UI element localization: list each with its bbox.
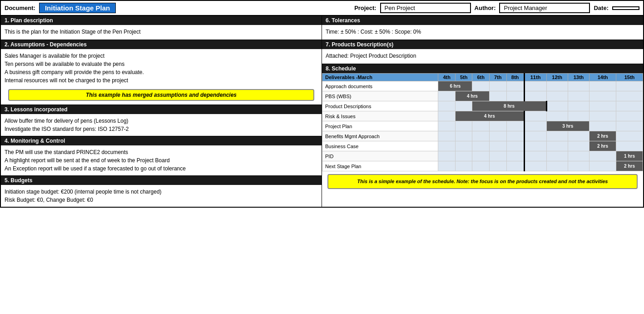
cell-pd-5th xyxy=(455,101,472,111)
author-value: Project Manager xyxy=(499,3,590,13)
cell-nsp-8th xyxy=(506,161,524,171)
bar-pid: 1 hrs xyxy=(617,153,642,159)
cell-risk-12th xyxy=(546,111,568,121)
cell-pp-7th xyxy=(490,121,507,131)
cell-pbs-4th xyxy=(438,91,456,101)
cell-nsp-14th xyxy=(590,161,616,171)
monitoring-line-2: A highlight report will be sent at the e… xyxy=(5,156,318,164)
bar-benefits: 2 hrs xyxy=(590,133,615,139)
schedule-table-container: Deliverables -March 4th 5th 6th 7th 8th … xyxy=(322,73,643,171)
col-header-4th: 4th xyxy=(438,74,456,81)
section-schedule: 8. Schedule Deliverables -March 4th 5th … xyxy=(322,64,643,207)
section-lessons: 3. Lessons incorporated Allow buffer tim… xyxy=(1,105,322,136)
tolerances-header: 6. Tolerances xyxy=(322,16,643,25)
cell-bma-4th xyxy=(438,131,456,141)
cell-bc-4th xyxy=(438,141,456,151)
cell-bc-11th xyxy=(524,141,546,151)
cell-nsp-4th xyxy=(438,161,456,171)
cell-risk-13th xyxy=(568,111,589,121)
schedule-row-risk: Risk & Issues 4 hrs xyxy=(322,111,643,121)
cell-pbs-11th xyxy=(524,91,546,101)
cell-approach-14th xyxy=(590,81,616,91)
cell-pid-8th xyxy=(506,151,524,161)
cell-nsp-13th xyxy=(568,161,589,171)
cell-pbs-12th xyxy=(546,91,568,101)
cell-pp-15th xyxy=(616,121,643,131)
assumption-line-4: Internal resources will not be charged t… xyxy=(5,76,318,85)
budgets-header: 5. Budgets xyxy=(1,176,322,185)
schedule-row-project-plan: Project Plan 3 hrs xyxy=(322,121,643,131)
cell-risk-15th xyxy=(616,111,643,121)
lesson-line-2: Investigate the ISO standard for pens: I… xyxy=(5,125,318,133)
cell-risk-11th xyxy=(524,111,546,121)
cell-bma-7th xyxy=(490,131,507,141)
page: Document: Initiation Stage Plan Project:… xyxy=(0,0,644,314)
section-plan-description: 1. Plan description This is the plan for… xyxy=(1,16,322,40)
bar-risk: 4 hrs xyxy=(456,113,523,119)
cell-approach-15th xyxy=(616,81,643,91)
document-title: Initiation Stage Plan xyxy=(39,3,116,13)
deliverable-approach: Approach documents xyxy=(322,81,438,91)
cell-pd-13th xyxy=(590,101,616,111)
cell-pid-5th xyxy=(455,151,472,161)
bar-project-plan: 3 hrs xyxy=(548,123,589,129)
cell-risk-14th xyxy=(590,111,616,121)
cell-risk-bar: 4 hrs xyxy=(455,111,524,121)
cell-bc-5th xyxy=(455,141,472,151)
schedule-row-next-stage: Next Stage Plan 2 hrs xyxy=(322,161,643,171)
lessons-header: 3. Lessons incorporated xyxy=(1,105,322,114)
section-monitoring: 4. Monitoring & Control The PM will use … xyxy=(1,136,322,176)
deliverable-pid: PID xyxy=(322,151,438,161)
deliverable-pbs: PBS (WBS) xyxy=(322,91,438,101)
main-grid: 1. Plan description This is the plan for… xyxy=(0,16,644,208)
left-column: 1. Plan description This is the plan for… xyxy=(1,16,322,207)
cell-bma-bar: 2 hrs xyxy=(590,131,616,141)
cell-nsp-11th xyxy=(524,161,546,171)
cell-bma-5th xyxy=(455,131,472,141)
assumption-line-2: Ten persons will be available to evaluat… xyxy=(5,60,318,68)
bar-approach: 6 hrs xyxy=(439,83,471,89)
cell-pid-7th xyxy=(490,151,507,161)
cell-bma-11th xyxy=(524,131,546,141)
section-assumptions: 2. Assumptions - Dependencies Sales Mana… xyxy=(1,40,322,105)
deliverable-benefits: Benefits Mgmt Approach xyxy=(322,131,438,141)
assumptions-content: Sales Manager is available for the proje… xyxy=(1,49,322,87)
cell-pbs-8th xyxy=(506,91,524,101)
author-label: Author: xyxy=(475,5,496,11)
cell-pd-4th xyxy=(438,101,456,111)
cell-pid-6th xyxy=(472,151,490,161)
col-header-14th: 14th xyxy=(590,74,616,81)
bar-next-stage-plan: 2 hrs xyxy=(617,163,642,169)
cell-bc-13th xyxy=(568,141,589,151)
schedule-row-pid: PID 1 hrs xyxy=(322,151,643,161)
col-header-12th: 12th xyxy=(546,74,568,81)
section-tolerances: 6. Tolerances Time: ± 50% : Cost: ± 50% … xyxy=(322,16,643,40)
cell-pp-8th xyxy=(506,121,524,131)
cell-risk-4th xyxy=(438,111,456,121)
assumption-line-1: Sales Manager is available for the proje… xyxy=(5,52,318,60)
deliverable-project-plan: Project Plan xyxy=(322,121,438,131)
col-header-6th: 6th xyxy=(472,74,490,81)
plan-description-content: This is the plan for the Initiation Stag… xyxy=(1,25,322,40)
cell-nsp-7th xyxy=(490,161,507,171)
cell-pid-12th xyxy=(546,151,568,161)
date-label: Date: xyxy=(594,5,609,11)
deliverable-risk: Risk & Issues xyxy=(322,111,438,121)
lessons-content: Allow buffer time for delivery of pens (… xyxy=(1,114,322,136)
cell-pp-6th xyxy=(472,121,490,131)
cell-nsp-12th xyxy=(546,161,568,171)
cell-pbs-14th xyxy=(590,91,616,101)
header: Document: Initiation Stage Plan Project:… xyxy=(0,0,644,16)
deliverable-business-case: Business Case xyxy=(322,141,438,151)
col-header-7th: 7th xyxy=(490,74,507,81)
cell-pbs-5th: 4 hrs xyxy=(455,91,489,101)
schedule-header: 8. Schedule xyxy=(322,64,643,73)
assumptions-note: This example has merged assumptions and … xyxy=(8,89,314,101)
schedule-row-approach: Approach documents 6 hrs xyxy=(322,81,643,91)
lesson-line-1: Allow buffer time for delivery of pens (… xyxy=(5,117,318,125)
cell-bc-12th xyxy=(546,141,568,151)
bar-pbs: 4 hrs xyxy=(456,93,488,99)
cell-pbs-7th xyxy=(490,91,507,101)
schedule-row-pbs: PBS (WBS) 4 hrs xyxy=(322,91,643,101)
cell-nsp-6th xyxy=(472,161,490,171)
